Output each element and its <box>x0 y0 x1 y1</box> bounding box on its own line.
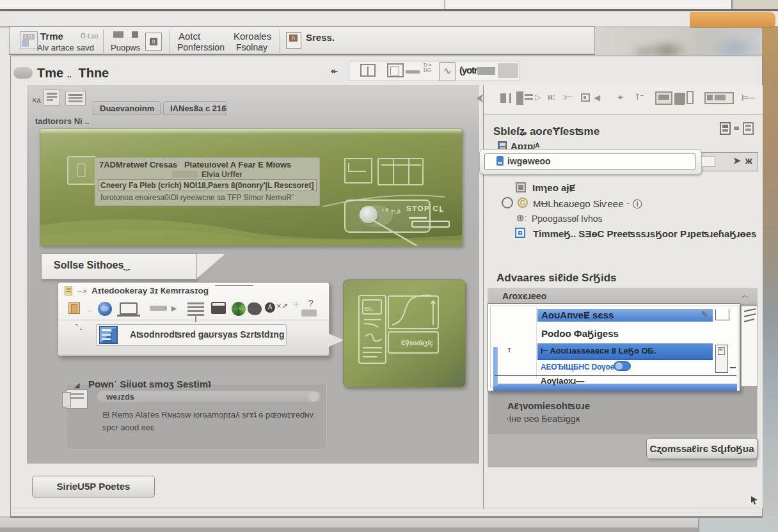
svg-text:Ɵɪ↓: Ɵɪ↓ <box>365 306 374 312</box>
svg-text:Ͼȳѕоɗаʒſҫ: Ͼȳѕоɗаʒſҫ <box>401 340 433 347</box>
